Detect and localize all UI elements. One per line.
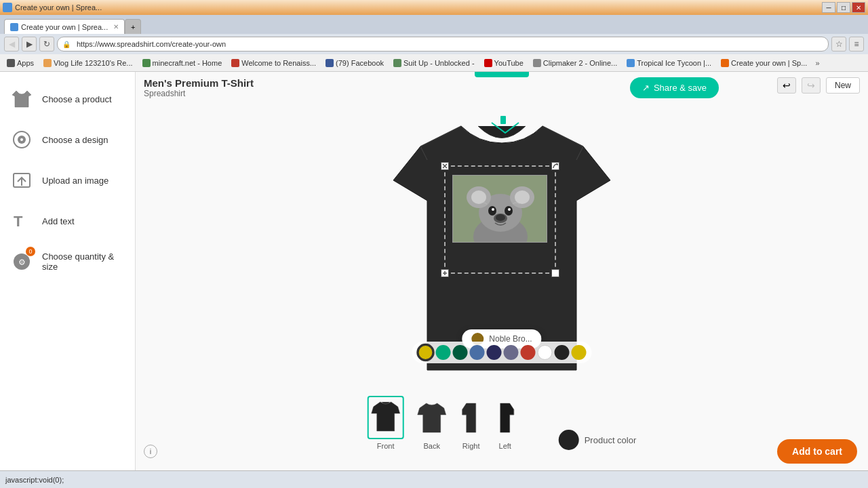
svg-point-20 (488, 206, 496, 216)
handle-br[interactable] (551, 269, 559, 277)
svg-point-23 (508, 208, 511, 211)
bookmark-rl-label: Welcome to Renaiss... (241, 59, 316, 67)
bookmarks-more[interactable]: » (812, 58, 822, 68)
bookmark-rl[interactable]: Welcome to Renaiss... (227, 58, 320, 68)
bookmark-minecraft[interactable]: minecraft.net - Home (138, 58, 226, 68)
ti-favicon (627, 59, 635, 67)
svg-point-25 (496, 214, 505, 221)
minimize-button[interactable]: ─ (822, 2, 835, 13)
left-tab-label: Left (499, 442, 511, 450)
page-subtitle: Spreadshirt (144, 89, 254, 98)
mc-favicon (142, 59, 151, 67)
bookmark-tropical[interactable]: Tropical Ice Tycoon |... (623, 58, 715, 68)
new-button[interactable]: New (826, 77, 860, 94)
sidebar-item-choose-quantity[interactable]: ⚙ Choose quantity & size 0 (7, 248, 128, 275)
yt-favicon (484, 59, 492, 67)
color-swatch-7[interactable] (538, 345, 553, 360)
handle-bl[interactable] (441, 269, 449, 277)
tab-close-icon[interactable]: ✕ (113, 23, 119, 30)
bookmark-ti-label: Tropical Ice Tycoon |... (637, 59, 711, 67)
bookmark-clipmaker[interactable]: Clipmaker 2 - Online... (529, 58, 621, 68)
canvas-area: Noble Bro... (373, 106, 631, 390)
back-tshirt-svg (416, 400, 448, 435)
handle-tr[interactable] (551, 162, 559, 170)
product-color-dot[interactable] (559, 430, 579, 450)
maximize-button[interactable]: □ (837, 2, 850, 13)
text-icon: T (11, 210, 33, 232)
bookmark-cm-label: Clipmaker 2 - Online... (543, 59, 617, 67)
tab-new[interactable]: + (125, 19, 141, 34)
tab-label: Create your own | Sprea... (21, 23, 108, 31)
share-save-label: Share & save (654, 83, 707, 93)
color-swatch-9[interactable] (572, 345, 587, 360)
color-swatch-6[interactable] (521, 345, 536, 360)
bookmark-vlog[interactable]: Vlog Life 123210's Re... (39, 58, 136, 68)
status-bar: javascript:void(0); (0, 470, 868, 488)
color-swatch-3[interactable] (470, 345, 485, 360)
color-swatch-0[interactable] (416, 344, 434, 361)
koala-image-container (452, 175, 547, 243)
design-icon (11, 129, 33, 150)
view-tab-back[interactable]: Back (415, 399, 449, 450)
share-save-button[interactable]: ↗ Share & save (630, 77, 719, 98)
sidebar: Choose a product Choose a design Uploa (0, 72, 136, 470)
color-swatch-4[interactable] (487, 345, 502, 360)
close-button[interactable]: ✕ (852, 2, 865, 13)
settings-button[interactable]: ≡ (849, 37, 864, 52)
view-tab-right[interactable]: Right (460, 399, 483, 450)
redo-button[interactable]: ↪ (802, 77, 821, 94)
choose-design-label: Choose a design (42, 135, 108, 145)
handle-tl[interactable] (441, 162, 449, 170)
browser-favicon (3, 3, 12, 12)
bookmark-youtube[interactable]: YouTube (480, 58, 528, 68)
share-icon: ↗ (642, 83, 650, 93)
sidebar-item-choose-design[interactable]: Choose a design (7, 126, 128, 153)
color-swatch-1[interactable] (436, 345, 451, 360)
view-tab-left[interactable]: Left (494, 399, 517, 450)
back-tab-img (415, 399, 449, 439)
undo-button[interactable]: ↩ (777, 77, 796, 94)
su-favicon (393, 59, 401, 67)
bookmarks-bar: Apps Vlog Life 123210's Re... minecraft.… (0, 54, 868, 72)
svg-point-22 (492, 208, 494, 211)
address-wrapper: 🔒 (57, 37, 829, 52)
bookmark-apps-label: Apps (17, 59, 34, 67)
bookmark-fb[interactable]: (79) Facebook (321, 58, 388, 68)
address-input[interactable] (57, 37, 829, 52)
right-tab-img (460, 399, 483, 439)
bookmark-create[interactable]: Create your own | Sp... (717, 58, 811, 68)
sidebar-item-upload-image[interactable]: Upload an image (7, 167, 128, 194)
fb-favicon (326, 59, 334, 67)
apps-favicon (7, 59, 15, 67)
choose-quantity-label: Choose quantity & size (42, 251, 124, 272)
svg-text:T: T (14, 213, 23, 230)
cm-favicon (533, 59, 541, 67)
design-container[interactable] (444, 165, 556, 274)
star-button[interactable]: ☆ (831, 37, 846, 52)
new-tab-icon: + (131, 23, 135, 31)
view-tab-front[interactable]: Front (368, 396, 404, 450)
svg-point-19 (515, 190, 530, 204)
tab-bar: Create your own | Sprea... ✕ + (0, 15, 868, 34)
refresh-button[interactable]: ↻ (39, 37, 54, 52)
svg-rect-8 (500, 116, 506, 124)
titlebar-left: Create your own | Sprea... (3, 3, 102, 12)
titlebar-controls: ─ □ ✕ (822, 2, 865, 13)
top-actions: ↩ ↪ New (777, 77, 860, 94)
back-button[interactable]: ◀ (4, 37, 19, 52)
product-color-label: Product color (585, 435, 637, 445)
bookmark-apps[interactable]: Apps (3, 58, 38, 68)
add-to-cart-button[interactable]: Add to cart (777, 439, 857, 464)
sidebar-item-add-text[interactable]: T Add text (7, 207, 128, 235)
forward-button[interactable]: ▶ (22, 37, 37, 52)
color-swatch-5[interactable] (504, 345, 519, 360)
front-tab-label: Front (377, 442, 395, 450)
color-swatch-8[interactable] (555, 345, 570, 360)
tab-active[interactable]: Create your own | Sprea... ✕ (4, 19, 125, 34)
sidebar-item-choose-product[interactable]: Choose a product (7, 85, 128, 113)
info-icon[interactable]: i (144, 445, 157, 458)
color-swatch-2[interactable] (453, 345, 468, 360)
titlebar: Create your own | Sprea... ─ □ ✕ (0, 0, 868, 15)
bookmark-suitup[interactable]: Suit Up - Unblocked - (389, 58, 479, 68)
view-tabs: Front Back Right (368, 396, 637, 450)
